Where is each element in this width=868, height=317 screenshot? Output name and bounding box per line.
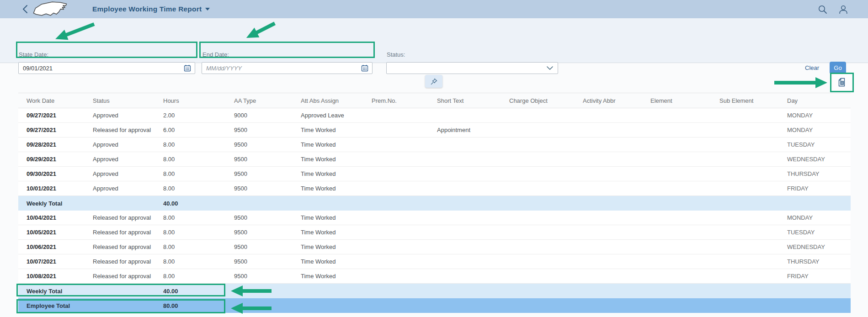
- cell-hours: 40.00: [163, 288, 234, 295]
- cell-day: MONDAY: [787, 214, 851, 221]
- column-header-short-text[interactable]: Short Text: [437, 97, 509, 104]
- cell-hours: 8.00: [163, 141, 234, 148]
- north-carolina-logo-icon: [32, 0, 69, 18]
- column-header-status[interactable]: Status: [93, 97, 163, 104]
- cell-aa-type: 9500: [234, 156, 301, 163]
- table-row: 10/05/2021 Released for approval 8.00 95…: [18, 225, 851, 240]
- cell-work-date: 09/27/2021: [18, 112, 93, 119]
- start-date-input[interactable]: [23, 65, 183, 72]
- cell-work-date: 10/08/2021: [18, 273, 93, 280]
- cell-aa-type: 9500: [234, 243, 301, 250]
- profile-icon[interactable]: [838, 5, 848, 15]
- cell-att-abs-assign: Time Worked: [301, 185, 372, 192]
- cell-hours: 80.00: [163, 302, 234, 309]
- table-row: 09/29/2021 Approved 8.00 9500 Time Worke…: [18, 152, 851, 167]
- cell-hours: 2.00: [163, 112, 234, 119]
- cell-aa-type: 9500: [234, 258, 301, 265]
- cell-work-date: 09/29/2021: [18, 156, 93, 163]
- cell-aa-type: 9500: [234, 185, 301, 192]
- cell-day: THURSDAY: [787, 258, 851, 265]
- cell-status: Released for approval: [93, 229, 163, 236]
- cell-day: MONDAY: [787, 127, 851, 133]
- cell-aa-type: 9500: [234, 214, 301, 221]
- cell-att-abs-assign: Time Worked: [301, 243, 372, 250]
- column-header-activity-abbr[interactable]: Activity Abbr: [583, 97, 650, 104]
- end-date-calendar-icon[interactable]: [361, 64, 369, 72]
- table-row: 09/27/2021 Approved 2.00 9000 Approved L…: [18, 108, 851, 123]
- cell-hours: 40.00: [163, 200, 234, 207]
- cell-day: WEDNESDAY: [787, 156, 851, 163]
- column-header-sub-element[interactable]: Sub Element: [719, 97, 787, 104]
- cell-day: MONDAY: [787, 112, 851, 119]
- cell-day: WEDNESDAY: [787, 243, 851, 250]
- cell-day: TUESDAY: [787, 229, 851, 236]
- status-label: Status:: [387, 51, 405, 58]
- cell-work-date: 10/01/2021: [18, 185, 93, 192]
- employee-total-row: Employee Total 80.00: [18, 298, 851, 313]
- page-title[interactable]: Employee Working Time Report: [92, 0, 210, 18]
- cell-hours: 8.00: [163, 156, 234, 163]
- cell-day: FRIDAY: [787, 273, 851, 280]
- cell-aa-type: 9500: [234, 127, 301, 133]
- cell-hours: 8.00: [163, 170, 234, 177]
- cell-hours: 8.00: [163, 243, 234, 250]
- back-button[interactable]: [19, 0, 30, 18]
- export-to-spreadsheet-button[interactable]: [833, 75, 851, 90]
- table-row: 09/27/2021 Released for approval 6.00 95…: [18, 123, 851, 137]
- annotation-arrow-export: [772, 77, 829, 89]
- search-icon[interactable]: [818, 5, 828, 15]
- cell-status: Released for approval: [93, 214, 163, 221]
- cell-hours: 8.00: [163, 185, 234, 192]
- cell-status: Approved: [93, 112, 163, 119]
- cell-status: Approved: [93, 141, 163, 148]
- column-header-att-abs-assign[interactable]: Att Abs Assign: [301, 97, 372, 104]
- column-header-hours[interactable]: Hours: [163, 97, 234, 104]
- cell-status: Released for approval: [93, 273, 163, 280]
- pushpin-icon: [430, 78, 438, 85]
- cell-att-abs-assign: Time Worked: [301, 170, 372, 177]
- column-header-element[interactable]: Element: [650, 97, 719, 104]
- pin-filter-bar-button[interactable]: [425, 75, 442, 88]
- cell-att-abs-assign: Time Worked: [301, 156, 372, 163]
- status-select[interactable]: [386, 62, 558, 74]
- cell-work-date: 10/04/2021: [18, 214, 93, 221]
- column-header-work-date[interactable]: Work Date: [18, 97, 93, 104]
- cell-att-abs-assign: Time Worked: [301, 229, 372, 236]
- cell-day: TUESDAY: [787, 141, 851, 148]
- cell-hours: 8.00: [163, 214, 234, 221]
- cell-short-text: Appointment: [437, 127, 509, 133]
- cell-status: Approved: [93, 156, 163, 163]
- column-header-prem-no[interactable]: Prem.No.: [372, 97, 437, 104]
- cell-att-abs-assign: Approved Leave: [301, 112, 372, 119]
- cell-status: Released for approval: [93, 243, 163, 250]
- start-date-label: State Date:: [19, 51, 48, 58]
- cell-aa-type: 9500: [234, 229, 301, 236]
- cell-hours: 8.00: [163, 229, 234, 236]
- table-row: 10/04/2021 Released for approval 8.00 95…: [18, 211, 851, 225]
- cell-aa-type: 9500: [234, 141, 301, 148]
- column-header-day[interactable]: Day: [787, 97, 851, 104]
- go-button[interactable]: Go: [830, 62, 846, 74]
- cell-work-date: 09/27/2021: [18, 127, 93, 133]
- weekly-total-row: Weekly Total 40.00: [18, 196, 851, 211]
- column-header-charge-object[interactable]: Charge Object: [509, 97, 583, 104]
- cell-status: Approved: [93, 170, 163, 177]
- cell-att-abs-assign: Time Worked: [301, 258, 372, 265]
- cell-status: Released for approval: [93, 258, 163, 265]
- cell-work-date: 09/28/2021: [18, 141, 93, 148]
- start-date-calendar-icon[interactable]: [183, 64, 192, 72]
- cell-work-date: Employee Total: [18, 302, 93, 309]
- cell-hours: 8.00: [163, 273, 234, 280]
- cell-work-date: 09/30/2021: [18, 170, 93, 177]
- table-row: 10/06/2021 Released for approval 8.00 95…: [18, 240, 851, 254]
- working-time-table: Work Date Status Hours AA Type Att Abs A…: [18, 93, 851, 313]
- title-dropdown-caret-icon: [205, 8, 210, 11]
- clear-button[interactable]: Clear: [805, 64, 819, 71]
- column-header-aa-type[interactable]: AA Type: [234, 97, 301, 104]
- cell-att-abs-assign: Time Worked: [301, 273, 372, 280]
- table-row: 09/30/2021 Approved 8.00 9500 Time Worke…: [18, 167, 851, 181]
- cell-work-date: Weekly Total: [18, 200, 93, 207]
- table-row: 10/08/2021 Released for approval 8.00 95…: [18, 269, 851, 284]
- end-date-input[interactable]: [206, 65, 361, 72]
- app-header: Employee Working Time Report: [0, 0, 868, 18]
